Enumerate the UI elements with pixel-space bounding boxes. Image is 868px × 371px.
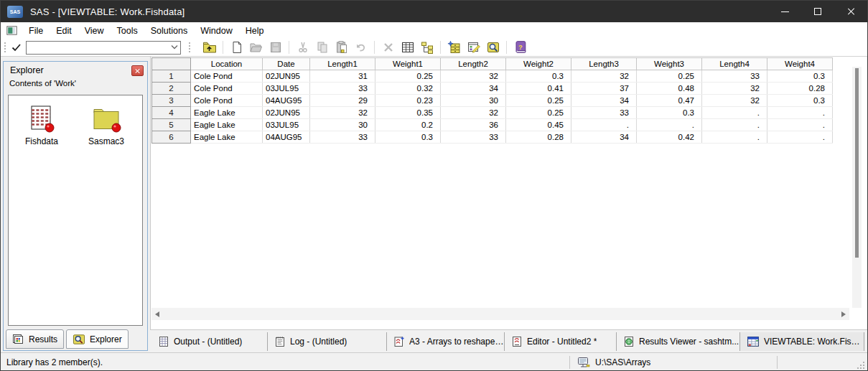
cell[interactable]: 0.42: [637, 131, 702, 144]
member-fishdata[interactable]: Fishdata: [19, 103, 65, 146]
registry-button[interactable]: [465, 39, 482, 55]
column-header-weight1[interactable]: Weight1: [375, 58, 441, 70]
help-button[interactable]: ?: [511, 39, 529, 55]
menu-item-window[interactable]: Window: [194, 22, 238, 39]
cell[interactable]: 34: [571, 95, 637, 107]
close-button[interactable]: [834, 1, 867, 22]
cell[interactable]: 02JUN95: [263, 70, 310, 83]
cell[interactable]: .: [767, 131, 833, 144]
command-input[interactable]: [27, 42, 168, 53]
column-header-location[interactable]: Location: [191, 58, 263, 70]
menu-item-tools[interactable]: Tools: [111, 22, 144, 39]
menu-item-edit[interactable]: Edit: [50, 22, 78, 39]
chevron-down-icon[interactable]: [168, 44, 180, 50]
column-header-date[interactable]: Date: [263, 58, 310, 70]
cell[interactable]: 0.32: [375, 83, 441, 95]
cell[interactable]: Cole Pond: [191, 95, 263, 107]
cell[interactable]: 0.35: [375, 107, 441, 119]
cell[interactable]: 32: [702, 95, 767, 107]
new-document-button[interactable]: [228, 39, 246, 55]
window-tab-viewtable[interactable]: VIEWTABLE: Work.Fishd...: [740, 332, 864, 351]
cell[interactable]: 0.25: [506, 95, 571, 107]
cell[interactable]: Cole Pond: [191, 83, 263, 95]
cell[interactable]: 0.25: [506, 107, 571, 119]
cell[interactable]: 0.41: [506, 83, 571, 95]
cell[interactable]: 33: [571, 107, 637, 119]
cell[interactable]: 30: [441, 95, 506, 107]
cell[interactable]: 32: [571, 70, 637, 83]
command-submit-button[interactable]: [7, 40, 26, 55]
cell[interactable]: .: [637, 119, 702, 131]
cell[interactable]: .: [702, 119, 767, 131]
menu-item-file[interactable]: File: [22, 22, 50, 39]
resize-grip[interactable]: [857, 361, 865, 370]
cell[interactable]: .: [571, 119, 637, 131]
open-folder-button[interactable]: [247, 39, 265, 55]
cell[interactable]: Eagle Lake: [191, 119, 263, 131]
column-header-weight2[interactable]: Weight2: [506, 58, 571, 70]
scroll-right-icon[interactable]: [841, 311, 846, 317]
cell[interactable]: 32: [441, 107, 506, 119]
tab-explorer[interactable]: Explorer: [66, 329, 129, 349]
cell[interactable]: 36: [441, 119, 506, 131]
row-number[interactable]: 2: [152, 83, 191, 95]
copy-button[interactable]: [313, 39, 331, 55]
horizontal-scrollbar[interactable]: [151, 308, 849, 320]
cell[interactable]: Eagle Lake: [191, 131, 263, 144]
cell[interactable]: 0.3: [375, 131, 441, 144]
cell[interactable]: 0.3: [767, 70, 833, 83]
row-number[interactable]: 5: [152, 119, 191, 131]
cell[interactable]: 0.3: [637, 107, 702, 119]
cell[interactable]: 02JUN95: [263, 107, 310, 119]
cell[interactable]: 0.28: [767, 83, 833, 95]
window-tab-log[interactable]: Log - (Untitled): [268, 332, 387, 351]
cell[interactable]: .: [702, 131, 767, 144]
cell[interactable]: 0.3: [506, 70, 571, 83]
cell[interactable]: 0.25: [375, 70, 441, 83]
cell[interactable]: 0.3: [767, 95, 833, 107]
tree-view-button[interactable]: [418, 39, 436, 55]
cell[interactable]: 33: [310, 83, 375, 95]
cell[interactable]: 33: [310, 131, 375, 144]
row-number[interactable]: 6: [152, 131, 191, 144]
row-number[interactable]: 1: [152, 70, 191, 83]
up-one-level-button[interactable]: [200, 39, 218, 55]
cell[interactable]: 0.47: [637, 95, 702, 107]
cell[interactable]: 33: [702, 70, 767, 83]
cell[interactable]: 0.28: [506, 131, 571, 144]
window-tab-output[interactable]: Output - (Untitled): [151, 332, 268, 351]
window-tab-results[interactable]: Results Viewer - sashtm...: [617, 332, 740, 351]
menu-item-view[interactable]: View: [78, 22, 111, 39]
cell[interactable]: 0.23: [375, 95, 441, 107]
scroll-left-icon[interactable]: [155, 311, 159, 317]
cell[interactable]: 30: [310, 119, 375, 131]
table-view-button[interactable]: [398, 39, 416, 55]
panel-close-button[interactable]: [131, 65, 144, 76]
cell[interactable]: .: [702, 107, 767, 119]
cell[interactable]: 29: [310, 95, 375, 107]
cell[interactable]: 34: [571, 131, 637, 144]
row-number[interactable]: 3: [152, 95, 191, 107]
maximize-button[interactable]: [801, 1, 834, 22]
vertical-scrollbar-thumb[interactable]: [855, 68, 859, 258]
cell[interactable]: 0.48: [637, 83, 702, 95]
cell[interactable]: 0.45: [506, 119, 571, 131]
cell[interactable]: 33: [441, 131, 506, 144]
save-button[interactable]: [266, 39, 284, 55]
cell[interactable]: 0.25: [637, 70, 702, 83]
menu-item-help[interactable]: Help: [239, 22, 271, 39]
explorer-button[interactable]: [484, 39, 502, 55]
cell[interactable]: 31: [310, 70, 375, 83]
window-tab-a3[interactable]: A3 - Arrays to reshape ...: [387, 332, 505, 351]
cell[interactable]: 03JUL95: [263, 119, 310, 131]
new-library-button[interactable]: [445, 39, 463, 55]
column-header-length4[interactable]: Length4: [702, 58, 767, 70]
cell[interactable]: 32: [310, 107, 375, 119]
cell[interactable]: .: [767, 119, 833, 131]
cell[interactable]: Cole Pond: [191, 70, 263, 83]
window-tab-editor[interactable]: Editor - Untitled2 *: [505, 332, 617, 351]
cell[interactable]: 34: [441, 83, 506, 95]
window-menu-icon[interactable]: [6, 26, 17, 35]
cell[interactable]: Eagle Lake: [191, 107, 263, 119]
cut-button[interactable]: [294, 39, 312, 55]
